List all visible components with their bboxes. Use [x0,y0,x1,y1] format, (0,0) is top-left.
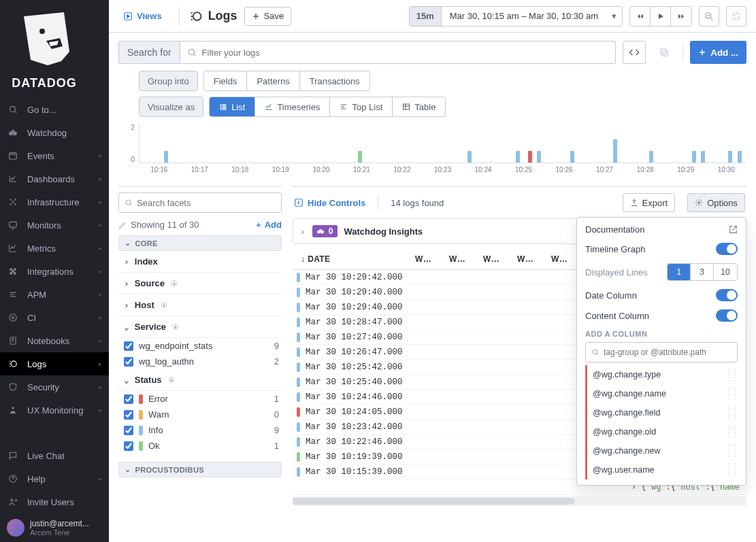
sidebar-item-ci[interactable]: CI ▸ [0,306,109,329]
drag-handle-icon[interactable]: ⋮⋮⋮⋮ [725,405,738,420]
facet-checkbox[interactable] [124,441,133,451]
facet-checkbox[interactable] [124,341,133,351]
facet-group-source[interactable]: › Source [118,273,282,294]
displayed-lines-10[interactable]: 10 [714,264,737,280]
col-wg[interactable]: WG... [551,254,570,264]
facet-checkbox[interactable] [124,410,133,420]
facet-add-link[interactable]: Add [255,220,282,230]
search-input-wrap[interactable] [180,41,617,64]
column-item[interactable]: @wg.change.new ⋮⋮⋮⋮ [587,441,746,460]
time-play-button[interactable] [651,7,671,26]
facet-heading-bottom[interactable]: ⌄PROCUSTODIBUS [118,462,282,477]
sidebar-item-monitors[interactable]: Monitors ▸ [0,214,109,237]
options-content-col-toggle[interactable]: Content Column [577,305,746,326]
export-button[interactable]: Export [623,193,676,212]
viz-table[interactable]: Table [393,97,445,116]
col-wg[interactable]: WG... [449,254,468,264]
sidebar-item-invite-users[interactable]: Invite Users [0,490,109,513]
zoom-out-button[interactable] [699,6,719,27]
sidebar-item-notebooks[interactable]: Notebooks ▸ [0,329,109,352]
sidebar-item-live-chat[interactable]: Live Chat [0,444,109,467]
facet-checkbox[interactable] [124,426,133,435]
facet-item[interactable]: wg_endpoint_stats 9 [118,338,282,354]
sidebar-item-metrics[interactable]: Metrics ▸ [0,237,109,260]
copy-button[interactable] [653,41,676,64]
time-prev-button[interactable] [630,7,651,26]
drag-handle-icon[interactable]: ⋮⋮⋮⋮ [725,386,738,401]
timerange-picker[interactable]: 15m Mar 30, 10:15 am – Mar 30, 10:30 am … [409,6,623,27]
facet-item[interactable]: Info 9 [118,422,282,438]
sidebar-item-logs[interactable]: Logs ▸ [0,352,109,375]
drag-handle-icon[interactable]: ⋮⋮⋮⋮ [725,443,738,458]
toggle-on-icon[interactable] [716,309,738,322]
column-item[interactable]: @wg.change.field ⋮⋮⋮⋮ [587,403,746,422]
time-next-button[interactable] [671,7,691,26]
sidebar-item-apm[interactable]: APM ▸ [0,283,109,306]
group-into-fields[interactable]: Fields [204,71,248,90]
group-into-transactions[interactable]: Transactions [300,71,369,90]
refresh-button[interactable] [726,6,746,27]
options-documentation[interactable]: Documentation [577,220,746,239]
viz-list[interactable]: List [210,97,255,116]
facet-item[interactable]: Warn 0 [118,407,282,422]
facet-checkbox[interactable] [124,394,133,404]
drag-handle-icon[interactable]: ⋮⋮⋮⋮ [725,367,738,382]
histogram-bar[interactable] [570,151,574,163]
add-button[interactable]: Add ... [690,41,746,64]
toggle-on-icon[interactable] [716,289,738,301]
sidebar-user[interactable]: justin@arcemt... Arcem Tene [0,513,109,542]
viz-timeseries[interactable]: Timeseries [255,97,330,116]
drag-handle-icon[interactable]: ⋮⋮⋮⋮ [725,462,738,477]
chart-bars[interactable] [139,124,746,163]
save-button[interactable]: Save [244,7,292,26]
sidebar-item-help[interactable]: Help ▸ [0,467,109,490]
column-item[interactable]: @wg.change.type ⋮⋮⋮⋮ [587,365,746,384]
sidebar-item-security[interactable]: Security ▸ [0,375,109,399]
histogram-bar[interactable] [692,151,696,163]
histogram-bar[interactable] [516,151,520,163]
displayed-lines-1[interactable]: 1 [668,264,691,280]
search-input[interactable] [202,48,609,58]
facet-heading-core[interactable]: ⌄CORE [118,235,282,251]
sidebar-item-ux-monitoring[interactable]: UX Monitoring ▸ [0,399,109,422]
histogram-bar[interactable] [738,151,742,163]
sidebar-item-events[interactable]: Events ▸ [0,144,109,167]
drag-handle-icon[interactable]: ⋮⋮⋮⋮ [725,424,738,439]
viz-top-list[interactable]: Top List [330,97,393,116]
facet-item[interactable]: Error 1 [118,391,282,407]
hide-controls-button[interactable]: Hide Controls [294,198,365,208]
horizontal-scrollbar[interactable] [293,496,746,506]
col-wg[interactable]: WG... [483,254,502,264]
histogram-bar[interactable] [358,151,362,163]
histogram-bar[interactable] [649,151,653,163]
options-button[interactable]: Options [687,193,745,212]
facet-checkbox[interactable] [124,357,133,367]
sidebar-item-integrations[interactable]: Integrations ▸ [0,260,109,283]
facet-group-index[interactable]: › Index [118,251,282,273]
col-date[interactable]: ↓ DATE [301,254,400,264]
facet-item[interactable]: wg_log_authn 2 [118,354,282,369]
histogram-bar[interactable] [728,151,732,163]
toggle-on-icon[interactable] [716,243,738,255]
sidebar-item-watchdog[interactable]: Watchdog [0,121,109,144]
sidebar-item-go-to-[interactable]: Go to... [0,98,109,121]
options-date-col-toggle[interactable]: Date Column [577,285,746,305]
histogram-bar[interactable] [528,151,532,163]
views-button[interactable]: Views [116,7,169,24]
code-button[interactable] [623,41,646,64]
facet-search[interactable] [118,192,282,213]
group-into-patterns[interactable]: Patterns [247,71,299,90]
facet-search-input[interactable] [137,198,276,208]
options-add-column-input[interactable] [604,348,732,357]
histogram-bar[interactable] [467,151,472,163]
sidebar-item-dashboards[interactable]: Dashboards ▸ [0,167,109,190]
col-wg[interactable]: WG... [415,254,434,264]
histogram-bar[interactable] [613,139,617,163]
sidebar-item-infrastructure[interactable]: Infrastructure ▸ [0,190,109,214]
options-add-column-search[interactable] [585,342,738,362]
facet-group-service[interactable]: ⌄ Service [118,316,282,338]
facet-group-status[interactable]: ⌄ Status [118,369,282,391]
column-item[interactable]: @wg.user.name ⋮⋮⋮⋮ [587,460,746,479]
histogram-bar[interactable] [701,151,705,163]
column-item[interactable]: @wg.change.name ⋮⋮⋮⋮ [587,384,746,403]
